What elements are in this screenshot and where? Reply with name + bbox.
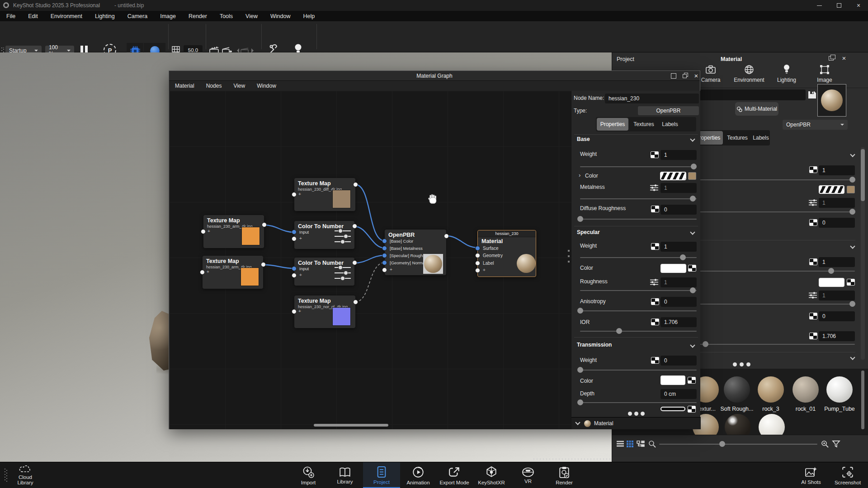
slider-thumb[interactable]: [577, 216, 583, 222]
tab-labels[interactable]: Labels: [659, 118, 681, 131]
input-port[interactable]: [292, 266, 297, 271]
levels-icon[interactable]: [808, 199, 817, 206]
input-port[interactable]: [475, 261, 480, 266]
input-port[interactable]: [382, 246, 387, 251]
anisotropy-field[interactable]: 0: [819, 311, 855, 321]
output-port[interactable]: [444, 234, 449, 239]
texture-toggle-icon[interactable]: [809, 258, 817, 265]
bottom-item-vr[interactable]: VR: [509, 462, 547, 488]
bottom-item-animation[interactable]: Animation: [400, 462, 437, 488]
texture-toggle-icon[interactable]: [651, 206, 659, 212]
menu-view[interactable]: View: [239, 13, 264, 19]
slider-thumb[interactable]: [849, 209, 855, 215]
ior-field[interactable]: 1.706: [819, 331, 855, 341]
input-port[interactable]: [292, 230, 297, 235]
graph-menu-material[interactable]: Material: [169, 83, 200, 89]
depth-slider[interactable]: [580, 402, 697, 403]
slider-thumb[interactable]: [691, 164, 697, 169]
color-swatch[interactable]: [688, 172, 696, 180]
texture-toggle-icon[interactable]: [809, 166, 817, 173]
texture-toggle-icon[interactable]: [651, 243, 659, 250]
anisotropy-slider[interactable]: [580, 310, 697, 311]
roughness-slider[interactable]: [580, 290, 697, 291]
menu-image[interactable]: Image: [154, 13, 182, 19]
input-port[interactable]: [475, 268, 480, 273]
node-type-value[interactable]: OpenPBR: [638, 106, 699, 115]
node-color-to-number[interactable]: Color To Number Input +: [294, 221, 354, 249]
output-port[interactable]: [262, 222, 267, 227]
menu-edit[interactable]: Edit: [22, 13, 44, 19]
node-texture-map-arm[interactable]: Texture Map hessian_230_arm_4k.jpg +: [203, 215, 264, 248]
material-preview-box[interactable]: [817, 84, 846, 117]
weight-slider[interactable]: [580, 166, 697, 167]
levels-icon[interactable]: [650, 184, 659, 192]
metalness-field[interactable]: 1: [660, 183, 697, 193]
input-port[interactable]: [475, 253, 480, 258]
graph-window-titlebar[interactable]: Material Graph ×: [169, 71, 700, 81]
node-material[interactable]: hessian_230 Material Surface Geometry La…: [477, 230, 536, 277]
panel-splitter-handle[interactable]: [568, 250, 570, 265]
bottom-item-library[interactable]: Library: [326, 462, 363, 488]
slider-thumb[interactable]: [577, 367, 583, 373]
panel-resize-dots[interactable]: [628, 412, 632, 416]
tab-properties[interactable]: Properties: [597, 118, 628, 131]
base-color-swatch[interactable]: [847, 186, 855, 193]
tab-textures[interactable]: Textures: [631, 118, 657, 131]
nav-lighting[interactable]: Lighting: [773, 63, 800, 87]
slider-thumb[interactable]: [616, 328, 622, 334]
menu-file[interactable]: File: [0, 13, 22, 19]
nav-environment[interactable]: Environment: [733, 63, 765, 87]
close-button[interactable]: ×: [849, 0, 868, 11]
library-material-sphere[interactable]: [724, 376, 750, 403]
menu-lighting[interactable]: Lighting: [89, 13, 121, 19]
input-port[interactable]: [382, 239, 387, 244]
slider-thumb[interactable]: [849, 301, 855, 307]
bottom-item-screenshot[interactable]: Screenshot: [829, 462, 866, 488]
bottom-item-project[interactable]: Project: [363, 462, 400, 488]
cloud-library-button[interactable]: CloudLibrary: [11, 462, 40, 488]
graph-menu-nodes[interactable]: Nodes: [200, 83, 228, 89]
transmission-weight-slider[interactable]: [580, 370, 697, 371]
metalness-slider[interactable]: [580, 198, 697, 199]
bottom-item-export-mode[interactable]: Export Mode: [436, 462, 473, 488]
texture-toggle-icon[interactable]: [651, 319, 659, 325]
bottom-item-render[interactable]: Render: [546, 462, 583, 488]
zoom-in-icon[interactable]: [821, 440, 829, 448]
slider-thumb[interactable]: [828, 268, 834, 274]
texture-toggle-icon[interactable]: [651, 151, 659, 158]
menu-environment[interactable]: Environment: [44, 13, 89, 19]
multi-material-button[interactable]: Multi-Material: [735, 102, 778, 116]
node-openpbr[interactable]: OpenPBR [Base] Color [Base] Metalness [S…: [385, 230, 446, 275]
tab-labels[interactable]: Labels: [751, 131, 771, 145]
levels-icon[interactable]: [650, 278, 659, 286]
output-port[interactable]: [352, 260, 357, 265]
slider-thumb[interactable]: [849, 177, 855, 183]
material-footer-bar[interactable]: Material: [571, 417, 701, 429]
graph-minimize-icon[interactable]: [671, 73, 676, 79]
close-panel-icon[interactable]: ×: [840, 53, 849, 62]
texture-toggle-icon[interactable]: [688, 377, 696, 384]
zoom-out-icon[interactable]: [648, 440, 656, 448]
filter-icon[interactable]: [832, 440, 840, 448]
ior-slider[interactable]: [580, 331, 697, 332]
input-port[interactable]: [201, 229, 206, 234]
input-port[interactable]: [382, 253, 387, 258]
properties-scrollbar-thumb[interactable]: [861, 149, 865, 201]
ior-field[interactable]: 1.706: [660, 317, 697, 327]
node-color-to-number[interactable]: Color To Number Input +: [294, 258, 354, 286]
section-transmission[interactable]: Transmission: [577, 342, 612, 348]
section-base[interactable]: Base: [577, 136, 590, 142]
library-material-sphere[interactable]: [793, 376, 819, 403]
input-port[interactable]: [200, 270, 205, 275]
output-port[interactable]: [352, 224, 357, 229]
graph-restore-icon[interactable]: [683, 73, 689, 79]
roughness-field[interactable]: 1: [660, 277, 697, 287]
specular-weight-slider[interactable]: [580, 257, 697, 258]
library-material-sphere[interactable]: [758, 376, 784, 403]
section-chevron-icon[interactable]: [850, 355, 855, 360]
slider-thumb[interactable]: [690, 287, 696, 293]
menu-camera[interactable]: Camera: [121, 13, 154, 19]
specular-weight-field[interactable]: 1: [819, 257, 855, 267]
graph-close-icon[interactable]: ×: [693, 72, 700, 80]
canvas-hscrollbar-thumb[interactable]: [314, 424, 388, 427]
